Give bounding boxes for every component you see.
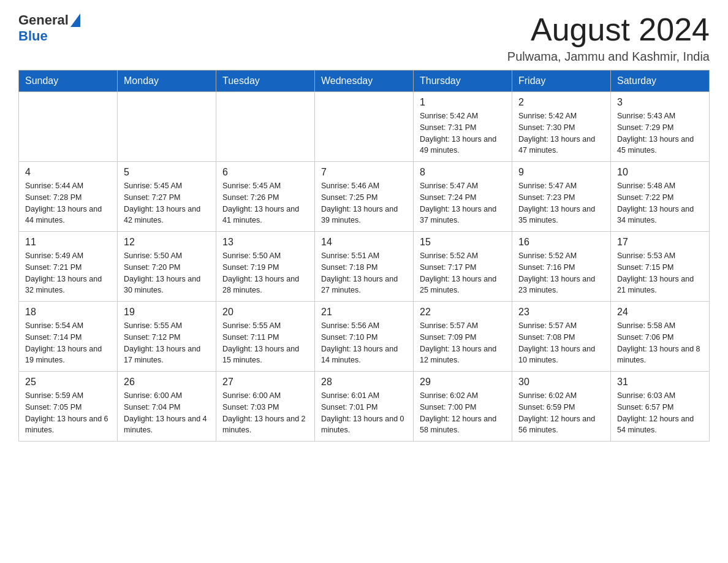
day-number: 22 <box>420 307 506 318</box>
day-number: 19 <box>124 307 210 318</box>
day-number: 8 <box>420 167 506 178</box>
day-info: Sunrise: 6:02 AMSunset: 7:00 PMDaylight:… <box>420 390 506 436</box>
day-info: Sunrise: 5:42 AMSunset: 7:31 PMDaylight:… <box>420 110 506 156</box>
day-number: 2 <box>518 97 604 108</box>
day-info: Sunrise: 5:48 AMSunset: 7:22 PMDaylight:… <box>617 180 703 226</box>
calendar-cell <box>315 92 414 162</box>
calendar-cell: 22Sunrise: 5:57 AMSunset: 7:09 PMDayligh… <box>414 302 512 372</box>
day-info: Sunrise: 5:55 AMSunset: 7:11 PMDaylight:… <box>222 320 308 366</box>
calendar-cell: 20Sunrise: 5:55 AMSunset: 7:11 PMDayligh… <box>216 302 315 372</box>
day-info: Sunrise: 5:44 AMSunset: 7:28 PMDaylight:… <box>25 180 111 226</box>
day-number: 10 <box>617 167 703 178</box>
day-info: Sunrise: 5:53 AMSunset: 7:15 PMDaylight:… <box>617 250 703 296</box>
day-number: 21 <box>321 307 407 318</box>
day-info: Sunrise: 5:56 AMSunset: 7:10 PMDaylight:… <box>321 320 407 366</box>
day-number: 16 <box>518 237 604 248</box>
day-number: 31 <box>617 377 703 388</box>
location-title: Pulwama, Jammu and Kashmir, India <box>507 50 710 64</box>
day-number: 6 <box>222 167 308 178</box>
logo-blue-text: Blue <box>18 28 48 44</box>
calendar-week-row: 4Sunrise: 5:44 AMSunset: 7:28 PMDaylight… <box>19 162 710 232</box>
calendar-week-row: 25Sunrise: 5:59 AMSunset: 7:05 PMDayligh… <box>19 372 710 442</box>
calendar-cell: 16Sunrise: 5:52 AMSunset: 7:16 PMDayligh… <box>512 232 611 302</box>
day-number: 27 <box>222 377 308 388</box>
day-info: Sunrise: 5:47 AMSunset: 7:24 PMDaylight:… <box>420 180 506 226</box>
calendar-cell: 7Sunrise: 5:46 AMSunset: 7:25 PMDaylight… <box>315 162 414 232</box>
calendar-cell: 21Sunrise: 5:56 AMSunset: 7:10 PMDayligh… <box>315 302 414 372</box>
calendar-cell <box>19 92 118 162</box>
calendar-cell: 31Sunrise: 6:03 AMSunset: 6:57 PMDayligh… <box>611 372 710 442</box>
day-number: 13 <box>222 237 308 248</box>
day-number: 7 <box>321 167 407 178</box>
weekday-header-monday: Monday <box>118 71 216 92</box>
calendar-cell: 26Sunrise: 6:00 AMSunset: 7:04 PMDayligh… <box>118 372 216 442</box>
calendar-cell <box>216 92 315 162</box>
day-number: 11 <box>25 237 111 248</box>
calendar-cell: 8Sunrise: 5:47 AMSunset: 7:24 PMDaylight… <box>414 162 512 232</box>
calendar-cell: 15Sunrise: 5:52 AMSunset: 7:17 PMDayligh… <box>414 232 512 302</box>
day-number: 14 <box>321 237 407 248</box>
calendar-cell: 19Sunrise: 5:55 AMSunset: 7:12 PMDayligh… <box>118 302 216 372</box>
day-info: Sunrise: 5:47 AMSunset: 7:23 PMDaylight:… <box>518 180 604 226</box>
day-info: Sunrise: 5:57 AMSunset: 7:08 PMDaylight:… <box>518 320 604 366</box>
weekday-header-sunday: Sunday <box>19 71 118 92</box>
weekday-header-friday: Friday <box>512 71 611 92</box>
day-info: Sunrise: 5:55 AMSunset: 7:12 PMDaylight:… <box>124 320 210 366</box>
day-info: Sunrise: 5:49 AMSunset: 7:21 PMDaylight:… <box>25 250 111 296</box>
day-info: Sunrise: 5:52 AMSunset: 7:16 PMDaylight:… <box>518 250 604 296</box>
day-number: 29 <box>420 377 506 388</box>
day-number: 28 <box>321 377 407 388</box>
weekday-header-wednesday: Wednesday <box>315 71 414 92</box>
calendar-cell: 12Sunrise: 5:50 AMSunset: 7:20 PMDayligh… <box>118 232 216 302</box>
calendar-cell: 23Sunrise: 5:57 AMSunset: 7:08 PMDayligh… <box>512 302 611 372</box>
day-info: Sunrise: 5:59 AMSunset: 7:05 PMDaylight:… <box>25 390 111 436</box>
day-info: Sunrise: 5:50 AMSunset: 7:19 PMDaylight:… <box>222 250 308 296</box>
day-number: 15 <box>420 237 506 248</box>
day-info: Sunrise: 5:50 AMSunset: 7:20 PMDaylight:… <box>124 250 210 296</box>
day-number: 4 <box>25 167 111 178</box>
day-info: Sunrise: 6:00 AMSunset: 7:03 PMDaylight:… <box>222 390 308 436</box>
calendar-cell: 3Sunrise: 5:43 AMSunset: 7:29 PMDaylight… <box>611 92 710 162</box>
day-info: Sunrise: 6:02 AMSunset: 6:59 PMDaylight:… <box>518 390 604 436</box>
day-info: Sunrise: 5:51 AMSunset: 7:18 PMDaylight:… <box>321 250 407 296</box>
title-section: August 2024 Pulwama, Jammu and Kashmir, … <box>507 12 710 64</box>
calendar-cell: 13Sunrise: 5:50 AMSunset: 7:19 PMDayligh… <box>216 232 315 302</box>
day-info: Sunrise: 6:00 AMSunset: 7:04 PMDaylight:… <box>124 390 210 436</box>
day-number: 25 <box>25 377 111 388</box>
day-info: Sunrise: 5:46 AMSunset: 7:25 PMDaylight:… <box>321 180 407 226</box>
day-number: 3 <box>617 97 703 108</box>
calendar-cell: 18Sunrise: 5:54 AMSunset: 7:14 PMDayligh… <box>19 302 118 372</box>
weekday-header-saturday: Saturday <box>611 71 710 92</box>
calendar-cell: 2Sunrise: 5:42 AMSunset: 7:30 PMDaylight… <box>512 92 611 162</box>
day-info: Sunrise: 5:57 AMSunset: 7:09 PMDaylight:… <box>420 320 506 366</box>
calendar-cell: 4Sunrise: 5:44 AMSunset: 7:28 PMDaylight… <box>19 162 118 232</box>
calendar-header-row: SundayMondayTuesdayWednesdayThursdayFrid… <box>19 71 710 92</box>
day-info: Sunrise: 5:52 AMSunset: 7:17 PMDaylight:… <box>420 250 506 296</box>
day-info: Sunrise: 6:03 AMSunset: 6:57 PMDaylight:… <box>617 390 703 436</box>
page-header: General Blue August 2024 Pulwama, Jammu … <box>18 12 710 64</box>
day-number: 1 <box>420 97 506 108</box>
day-number: 9 <box>518 167 604 178</box>
calendar-cell: 11Sunrise: 5:49 AMSunset: 7:21 PMDayligh… <box>19 232 118 302</box>
calendar-cell: 5Sunrise: 5:45 AMSunset: 7:27 PMDaylight… <box>118 162 216 232</box>
day-info: Sunrise: 5:45 AMSunset: 7:26 PMDaylight:… <box>222 180 308 226</box>
calendar-week-row: 11Sunrise: 5:49 AMSunset: 7:21 PMDayligh… <box>19 232 710 302</box>
calendar-cell: 6Sunrise: 5:45 AMSunset: 7:26 PMDaylight… <box>216 162 315 232</box>
calendar-week-row: 1Sunrise: 5:42 AMSunset: 7:31 PMDaylight… <box>19 92 710 162</box>
calendar-week-row: 18Sunrise: 5:54 AMSunset: 7:14 PMDayligh… <box>19 302 710 372</box>
day-info: Sunrise: 5:54 AMSunset: 7:14 PMDaylight:… <box>25 320 111 366</box>
calendar-cell: 29Sunrise: 6:02 AMSunset: 7:00 PMDayligh… <box>414 372 512 442</box>
calendar-cell <box>118 92 216 162</box>
weekday-header-thursday: Thursday <box>414 71 512 92</box>
calendar-cell: 27Sunrise: 6:00 AMSunset: 7:03 PMDayligh… <box>216 372 315 442</box>
day-number: 30 <box>518 377 604 388</box>
weekday-header-tuesday: Tuesday <box>216 71 315 92</box>
day-info: Sunrise: 5:42 AMSunset: 7:30 PMDaylight:… <box>518 110 604 156</box>
logo: General Blue <box>18 12 80 44</box>
logo-general-text: General <box>18 12 69 28</box>
calendar-cell: 17Sunrise: 5:53 AMSunset: 7:15 PMDayligh… <box>611 232 710 302</box>
day-info: Sunrise: 5:45 AMSunset: 7:27 PMDaylight:… <box>124 180 210 226</box>
calendar-cell: 1Sunrise: 5:42 AMSunset: 7:31 PMDaylight… <box>414 92 512 162</box>
calendar-table: SundayMondayTuesdayWednesdayThursdayFrid… <box>18 70 710 442</box>
day-number: 18 <box>25 307 111 318</box>
